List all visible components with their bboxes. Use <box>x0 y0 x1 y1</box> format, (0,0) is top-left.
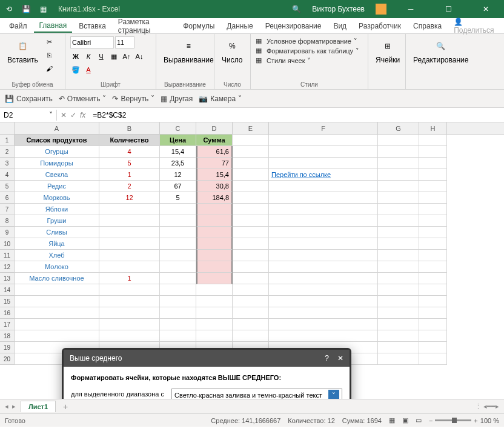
cell[interactable] <box>419 330 447 342</box>
grow-font-icon[interactable]: A↑ <box>121 51 132 62</box>
chevron-down-icon[interactable]: ˅ <box>49 111 53 119</box>
cell[interactable]: Огурцы <box>15 146 99 158</box>
cell[interactable] <box>269 319 378 330</box>
cell[interactable] <box>233 146 269 158</box>
cell[interactable]: 1 <box>99 273 160 284</box>
qat-camera-button[interactable]: 📷 Камера ˅ <box>199 95 242 103</box>
cell[interactable] <box>269 273 378 284</box>
qat-save-button[interactable]: 💾 Сохранить <box>5 95 53 103</box>
cell[interactable] <box>269 158 378 169</box>
cell[interactable] <box>99 215 160 227</box>
menu-data[interactable]: Данные <box>221 20 258 32</box>
cell[interactable]: Яйца <box>15 238 99 250</box>
cell[interactable] <box>378 307 419 319</box>
row-header[interactable]: 18 <box>0 330 15 342</box>
col-header[interactable]: C <box>160 122 196 134</box>
menu-help[interactable]: Справка <box>408 20 447 32</box>
cell[interactable] <box>99 307 160 319</box>
row-header[interactable]: 10 <box>0 238 15 250</box>
view-break-icon[interactable]: ▭ <box>416 416 422 424</box>
cell[interactable] <box>99 238 160 250</box>
row-header[interactable]: 4 <box>0 169 15 181</box>
qat-redo-button[interactable]: ↷ Вернуть ˅ <box>112 95 154 103</box>
row-header[interactable]: 6 <box>0 192 15 204</box>
cell[interactable] <box>269 192 378 204</box>
cell[interactable] <box>196 330 233 342</box>
cell[interactable] <box>269 284 378 296</box>
cell[interactable]: Масло сливочное <box>15 273 99 284</box>
cell[interactable] <box>378 227 419 238</box>
autosave-icon[interactable]: ⟲ <box>5 5 13 13</box>
cell[interactable] <box>269 296 378 307</box>
cell[interactable] <box>160 307 196 319</box>
cell[interactable] <box>196 238 233 250</box>
cell[interactable] <box>419 158 447 169</box>
cell[interactable] <box>378 273 419 284</box>
menu-insert[interactable]: Вставка <box>73 20 111 32</box>
number-button[interactable]: %Число <box>219 36 245 65</box>
row-header[interactable]: 11 <box>0 250 15 261</box>
search-icon[interactable]: 🔍 <box>292 5 301 13</box>
dialog-close-button[interactable]: ✕ <box>337 354 343 362</box>
paste-button[interactable]: 📋 Вставить <box>5 36 41 65</box>
cell[interactable] <box>196 250 233 261</box>
cell[interactable] <box>196 215 233 227</box>
cell[interactable] <box>378 238 419 250</box>
font-color-button[interactable]: A <box>83 64 94 75</box>
cell[interactable]: Молоко <box>15 261 99 273</box>
col-header[interactable]: H <box>419 122 447 134</box>
cell[interactable]: 77 <box>196 158 233 169</box>
cell[interactable] <box>419 353 447 365</box>
row-header[interactable]: 14 <box>0 284 15 296</box>
row-header[interactable]: 1 <box>0 135 15 146</box>
cell[interactable] <box>378 135 419 146</box>
row-header[interactable]: 2 <box>0 146 15 158</box>
cell[interactable] <box>160 238 196 250</box>
view-layout-icon[interactable]: ▣ <box>402 416 408 424</box>
cell[interactable] <box>99 330 160 342</box>
cell[interactable] <box>419 250 447 261</box>
conditional-format-button[interactable]: ▦Условное форматирование ˅ <box>256 36 363 46</box>
alignment-button[interactable]: ≡Выравнивание <box>161 36 216 65</box>
cell[interactable] <box>233 181 269 192</box>
sheet-tab[interactable]: Лист1 <box>21 401 56 412</box>
cell[interactable] <box>233 158 269 169</box>
cell[interactable] <box>378 181 419 192</box>
share-button[interactable]: 👤 Поделиться <box>448 16 500 36</box>
cell[interactable] <box>15 330 99 342</box>
format-as-table-button[interactable]: ▦Форматировать как таблицу ˅ <box>256 46 363 56</box>
cell[interactable] <box>269 250 378 261</box>
cell[interactable] <box>378 204 419 215</box>
row-header[interactable]: 9 <box>0 227 15 238</box>
cell[interactable] <box>196 296 233 307</box>
cell[interactable] <box>378 330 419 342</box>
cell[interactable]: 5 <box>160 192 196 204</box>
cell[interactable] <box>160 284 196 296</box>
font-name-combo[interactable] <box>70 36 114 48</box>
dialog-help-button[interactable]: ? <box>325 354 329 362</box>
cell[interactable]: 61,6 <box>196 146 233 158</box>
cell[interactable] <box>378 158 419 169</box>
cell[interactable] <box>160 273 196 284</box>
menu-developer[interactable]: Разработчик <box>353 20 406 32</box>
cell[interactable] <box>378 146 419 158</box>
cell[interactable] <box>378 342 419 353</box>
cell[interactable] <box>419 169 447 181</box>
cell[interactable] <box>419 181 447 192</box>
cell[interactable]: Яблоки <box>15 204 99 215</box>
border-button[interactable]: ▦ <box>108 51 119 62</box>
col-header[interactable]: E <box>233 122 269 134</box>
row-header[interactable]: 16 <box>0 307 15 319</box>
menu-home[interactable]: Главная <box>34 19 73 33</box>
zoom-out-button[interactable]: − <box>429 417 433 424</box>
cell[interactable]: 15,4 <box>160 146 196 158</box>
cell[interactable]: Количество <box>99 135 160 146</box>
editing-button[interactable]: 🔍Редактирование <box>411 36 471 65</box>
qat-other-button[interactable]: ▦ Другая <box>161 95 193 103</box>
cell[interactable] <box>378 250 419 261</box>
tab-nav-next[interactable]: ▸ <box>12 402 16 410</box>
cell[interactable] <box>196 284 233 296</box>
cell[interactable] <box>419 261 447 273</box>
cell[interactable]: 184,8 <box>196 192 233 204</box>
cell[interactable] <box>160 330 196 342</box>
